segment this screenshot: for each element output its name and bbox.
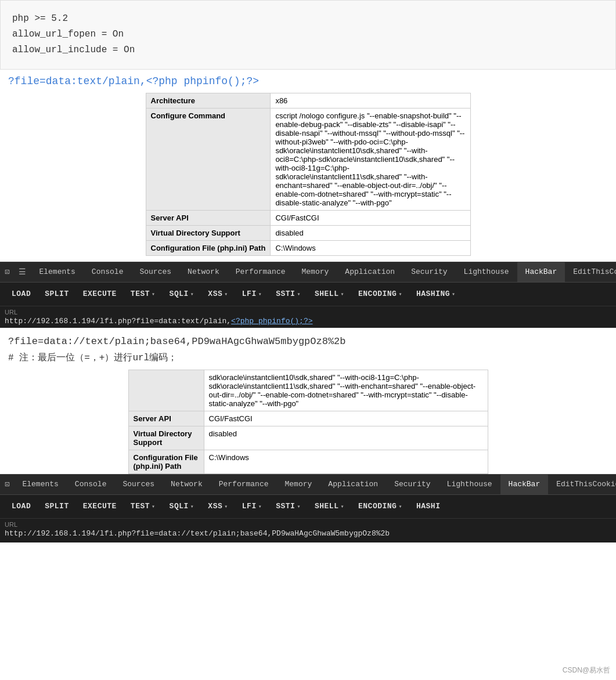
hackbar-btn-shell[interactable]: SHELL ▾ [308, 286, 351, 302]
table-row: Configure Commandcscript /nologo configu… [146, 108, 470, 210]
devtools-tab-network[interactable]: Network [179, 262, 228, 283]
phpinfo-table-bottom: sdk\oracle\instantclient10\sdk,shared" "… [128, 370, 488, 474]
top-code-block: php >= 5.2 allow_url_fopen = On allow_ur… [0, 0, 616, 70]
table-row: Configuration File (php.ini) PathC:\Wind… [128, 450, 488, 473]
devtools-bar-bottom: ⊡ ElementsConsoleSourcesNetworkPerforman… [0, 474, 616, 495]
devtools-tab-bottom-performance[interactable]: Performance [211, 474, 277, 495]
devtools-tab-bottom-hackbar[interactable]: HackBar [500, 474, 549, 495]
devtools-tab-bottom-sources[interactable]: Sources [114, 474, 163, 495]
devtools-icon-1: ⊡ [0, 267, 14, 277]
table-row: Virtual Directory Supportdisabled [146, 225, 470, 240]
devtools-tab-elements[interactable]: Elements [31, 262, 83, 283]
hackbar-btn-bottom-xss[interactable]: XSS ▾ [201, 498, 235, 514]
url-label-top: URL [5, 309, 611, 316]
hackbar-btn-bottom-test[interactable]: TEST ▾ [124, 498, 163, 514]
hackbar-btn-test[interactable]: TEST ▾ [124, 286, 163, 302]
table-row: sdk\oracle\instantclient10\sdk,shared" "… [128, 370, 488, 411]
url-underline-top: <?php phpinfo();?> [231, 317, 312, 325]
hackbar-btn-lfi[interactable]: LFI ▾ [235, 286, 269, 302]
hackbar-btn-hashing[interactable]: HASHING ▾ [409, 286, 463, 302]
table-row: Server APICGI/FastCGI [146, 210, 470, 225]
devtools-tab-performance[interactable]: Performance [228, 262, 294, 283]
devtools-tab-security[interactable]: Security [403, 262, 455, 283]
devtools-tab-bottom-memory[interactable]: Memory [277, 474, 320, 495]
hackbar-btn-bottom-hashi[interactable]: HASHI [409, 498, 448, 514]
hackbar-btn-encoding[interactable]: ENCODING ▾ [351, 286, 409, 302]
hackbar-btn-load[interactable]: LOAD [5, 286, 38, 302]
devtools-tab-sources[interactable]: Sources [131, 262, 179, 283]
devtools-tab-bottom-lighthouse[interactable]: Lighthouse [439, 474, 500, 495]
phpinfo-table-top-wrapper: Architecturex86Configure Commandcscript … [0, 93, 616, 262]
hackbar-btn-execute[interactable]: EXECUTE [76, 286, 124, 302]
hackbar-btn-xss[interactable]: XSS ▾ [201, 286, 235, 302]
table-row: Configuration File (php.ini) PathC:\Wind… [146, 240, 470, 255]
devtools-tab-memory[interactable]: Memory [294, 262, 337, 283]
url-plain-top: http://192.168.1.194/lfi.php?file=data:t… [5, 317, 231, 325]
hackbar-btn-bottom-lfi[interactable]: LFI ▾ [235, 498, 269, 514]
devtools-tab-hackbar[interactable]: HackBar [517, 262, 565, 283]
code-line-2: allow_url_fopen = On [12, 27, 604, 42]
hackbar-btn-bottom-ssti[interactable]: SSTI ▾ [269, 498, 308, 514]
hackbar-btn-sqli[interactable]: SQLI ▾ [163, 286, 201, 302]
middle-content: ?file=data://text/plain;base64,PD9waHAgc… [0, 328, 616, 370]
middle-line-1: ?file=data://text/plain;base64,PD9waHAgc… [8, 334, 608, 349]
phpinfo-table-top: Architecturex86Configure Commandcscript … [146, 93, 471, 256]
hackbar-btn-bottom-execute[interactable]: EXECUTE [76, 498, 124, 514]
url-bar-bottom: URL http://192.168.1.194/lfi.php?file=da… [0, 518, 616, 542]
hackbar-btn-ssti[interactable]: SSTI ▾ [269, 286, 308, 302]
devtools-tab-bottom-editthiscookie[interactable]: EditThisCookie [548, 474, 616, 495]
hackbar-top: LOADSPLITEXECUTETEST ▾SQLI ▾XSS ▾LFI ▾SS… [0, 283, 616, 306]
table-row: Virtual Directory Supportdisabled [128, 426, 488, 450]
devtools-icon-3: ⊡ [0, 479, 14, 489]
hackbar-btn-bottom-encoding[interactable]: ENCODING ▾ [351, 498, 409, 514]
devtools-tab-application[interactable]: Application [337, 262, 403, 283]
hackbar-bottom: LOADSPLITEXECUTETEST ▾SQLI ▾XSS ▾LFI ▾SS… [0, 495, 616, 518]
devtools-tab-editthiscookie[interactable]: EditThisCookie [565, 262, 616, 283]
hackbar-btn-bottom-sqli[interactable]: SQLI ▾ [163, 498, 201, 514]
url-command-1: ?file=data:text/plain,<?php phpinfo();?> [0, 70, 616, 93]
code-line-1: php >= 5.2 [12, 11, 604, 27]
phpinfo-table-bottom-wrapper: sdk\oracle\instantclient10\sdk,shared" "… [0, 370, 616, 474]
code-line-3: allow_url_include = On [12, 42, 604, 58]
url-bar-top: URL http://192.168.1.194/lfi.php?file=da… [0, 306, 616, 328]
table-row: Architecturex86 [146, 93, 470, 108]
devtools-tab-bottom-console[interactable]: Console [67, 474, 115, 495]
devtools-bar-top: ⊡ ☰ ElementsConsoleSourcesNetworkPerform… [0, 262, 616, 283]
middle-line-2: # 注：最后一位（=，+）进行url编码； [8, 349, 608, 366]
hackbar-btn-bottom-shell[interactable]: SHELL ▾ [308, 498, 351, 514]
devtools-tab-bottom-application[interactable]: Application [320, 474, 386, 495]
table-row: Server APICGI/FastCGI [128, 411, 488, 426]
devtools-tab-lighthouse[interactable]: Lighthouse [456, 262, 517, 283]
devtools-tab-bottom-network[interactable]: Network [163, 474, 211, 495]
devtools-tab-bottom-security[interactable]: Security [386, 474, 438, 495]
devtools-icon-2: ☰ [14, 267, 31, 277]
hackbar-btn-bottom-load[interactable]: LOAD [5, 498, 38, 514]
hackbar-btn-split[interactable]: SPLIT [38, 286, 76, 302]
url-value-bottom: http://192.168.1.194/lfi.php?file=data:/… [5, 529, 611, 538]
url-label-bottom: URL [5, 521, 611, 528]
hackbar-btn-bottom-split[interactable]: SPLIT [38, 498, 76, 514]
devtools-tab-console[interactable]: Console [84, 262, 132, 283]
url-value-top: http://192.168.1.194/lfi.php?file=data:t… [5, 317, 611, 325]
devtools-tab-bottom-elements[interactable]: Elements [14, 474, 66, 495]
